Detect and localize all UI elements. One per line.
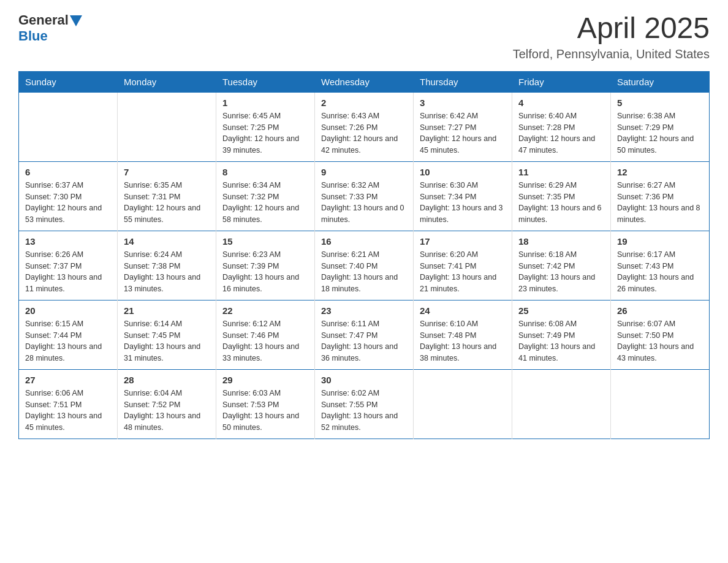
calendar-cell — [512, 369, 611, 439]
calendar-cell: 26Sunrise: 6:07 AMSunset: 7:50 PMDayligh… — [611, 300, 710, 369]
day-info: Sunrise: 6:15 AMSunset: 7:44 PMDaylight:… — [25, 318, 111, 364]
day-info: Sunrise: 6:38 AMSunset: 7:29 PMDaylight:… — [617, 110, 703, 156]
logo-text-general: General — [18, 12, 69, 28]
day-info: Sunrise: 6:04 AMSunset: 7:52 PMDaylight:… — [124, 388, 210, 434]
day-number: 30 — [321, 375, 407, 385]
day-number: 23 — [321, 305, 407, 316]
day-number: 22 — [222, 305, 308, 316]
weekday-header-saturday: Saturday — [611, 71, 710, 92]
calendar-cell — [414, 369, 512, 439]
calendar-cell: 29Sunrise: 6:03 AMSunset: 7:53 PMDayligh… — [216, 369, 315, 439]
location-title: Telford, Pennsylvania, United States — [513, 47, 710, 61]
day-number: 28 — [124, 375, 210, 385]
calendar-cell: 9Sunrise: 6:32 AMSunset: 7:33 PMDaylight… — [315, 161, 414, 231]
logo-triangle-icon — [70, 15, 82, 26]
calendar-table: SundayMondayTuesdayWednesdayThursdayFrid… — [18, 71, 710, 439]
weekday-header-thursday: Thursday — [414, 71, 512, 92]
day-number: 8 — [222, 167, 308, 177]
calendar-week-2: 6Sunrise: 6:37 AMSunset: 7:30 PMDaylight… — [19, 161, 710, 231]
day-info: Sunrise: 6:29 AMSunset: 7:35 PMDaylight:… — [518, 180, 604, 226]
calendar-cell: 20Sunrise: 6:15 AMSunset: 7:44 PMDayligh… — [19, 300, 118, 369]
day-number: 12 — [617, 167, 703, 177]
day-info: Sunrise: 6:43 AMSunset: 7:26 PMDaylight:… — [321, 110, 407, 156]
calendar-week-5: 27Sunrise: 6:06 AMSunset: 7:51 PMDayligh… — [19, 369, 710, 439]
weekday-header-row: SundayMondayTuesdayWednesdayThursdayFrid… — [19, 71, 710, 92]
calendar-cell: 11Sunrise: 6:29 AMSunset: 7:35 PMDayligh… — [512, 161, 611, 231]
calendar-cell: 10Sunrise: 6:30 AMSunset: 7:34 PMDayligh… — [414, 161, 512, 231]
weekday-header-sunday: Sunday — [19, 71, 118, 92]
calendar-cell: 27Sunrise: 6:06 AMSunset: 7:51 PMDayligh… — [19, 369, 118, 439]
calendar-cell — [118, 92, 216, 161]
calendar-cell: 28Sunrise: 6:04 AMSunset: 7:52 PMDayligh… — [118, 369, 216, 439]
calendar-cell: 7Sunrise: 6:35 AMSunset: 7:31 PMDaylight… — [118, 161, 216, 231]
day-number: 21 — [124, 305, 210, 316]
day-info: Sunrise: 6:26 AMSunset: 7:37 PMDaylight:… — [25, 249, 111, 295]
page-header: General Blue April 2025 Telford, Pennsyl… — [18, 12, 710, 61]
day-number: 4 — [518, 98, 604, 108]
calendar-cell: 12Sunrise: 6:27 AMSunset: 7:36 PMDayligh… — [611, 161, 710, 231]
weekday-header-tuesday: Tuesday — [216, 71, 315, 92]
calendar-cell — [611, 369, 710, 439]
day-info: Sunrise: 6:34 AMSunset: 7:32 PMDaylight:… — [222, 180, 308, 226]
calendar-cell: 13Sunrise: 6:26 AMSunset: 7:37 PMDayligh… — [19, 231, 118, 300]
day-info: Sunrise: 6:03 AMSunset: 7:53 PMDaylight:… — [222, 388, 308, 434]
svg-marker-0 — [70, 15, 82, 26]
calendar-cell: 30Sunrise: 6:02 AMSunset: 7:55 PMDayligh… — [315, 369, 414, 439]
calendar-cell: 18Sunrise: 6:18 AMSunset: 7:42 PMDayligh… — [512, 231, 611, 300]
day-info: Sunrise: 6:14 AMSunset: 7:45 PMDaylight:… — [124, 318, 210, 364]
title-section: April 2025 Telford, Pennsylvania, United… — [513, 12, 710, 61]
calendar-cell: 3Sunrise: 6:42 AMSunset: 7:27 PMDaylight… — [414, 92, 512, 161]
day-number: 5 — [617, 98, 703, 108]
calendar-cell: 22Sunrise: 6:12 AMSunset: 7:46 PMDayligh… — [216, 300, 315, 369]
day-info: Sunrise: 6:06 AMSunset: 7:51 PMDaylight:… — [25, 388, 111, 434]
calendar-header: SundayMondayTuesdayWednesdayThursdayFrid… — [19, 71, 710, 92]
calendar-body: 1Sunrise: 6:45 AMSunset: 7:25 PMDaylight… — [19, 92, 710, 439]
calendar-cell: 1Sunrise: 6:45 AMSunset: 7:25 PMDaylight… — [216, 92, 315, 161]
day-info: Sunrise: 6:23 AMSunset: 7:39 PMDaylight:… — [222, 249, 308, 295]
day-info: Sunrise: 6:20 AMSunset: 7:41 PMDaylight:… — [420, 249, 506, 295]
day-number: 17 — [420, 236, 506, 247]
day-number: 18 — [518, 236, 604, 247]
calendar-cell — [19, 92, 118, 161]
day-number: 25 — [518, 305, 604, 316]
day-info: Sunrise: 6:12 AMSunset: 7:46 PMDaylight:… — [222, 318, 308, 364]
day-number: 20 — [25, 305, 111, 316]
calendar-cell: 24Sunrise: 6:10 AMSunset: 7:48 PMDayligh… — [414, 300, 512, 369]
calendar-cell: 4Sunrise: 6:40 AMSunset: 7:28 PMDaylight… — [512, 92, 611, 161]
logo-text-blue: Blue — [18, 28, 48, 44]
calendar-week-4: 20Sunrise: 6:15 AMSunset: 7:44 PMDayligh… — [19, 300, 710, 369]
logo: General Blue — [18, 12, 82, 44]
calendar-week-3: 13Sunrise: 6:26 AMSunset: 7:37 PMDayligh… — [19, 231, 710, 300]
day-number: 29 — [222, 375, 308, 385]
day-number: 1 — [222, 98, 308, 108]
day-number: 24 — [420, 305, 506, 316]
day-number: 11 — [518, 167, 604, 177]
calendar-cell: 23Sunrise: 6:11 AMSunset: 7:47 PMDayligh… — [315, 300, 414, 369]
day-info: Sunrise: 6:24 AMSunset: 7:38 PMDaylight:… — [124, 249, 210, 295]
day-number: 3 — [420, 98, 506, 108]
day-info: Sunrise: 6:42 AMSunset: 7:27 PMDaylight:… — [420, 110, 506, 156]
calendar-cell: 2Sunrise: 6:43 AMSunset: 7:26 PMDaylight… — [315, 92, 414, 161]
day-info: Sunrise: 6:35 AMSunset: 7:31 PMDaylight:… — [124, 180, 210, 226]
day-info: Sunrise: 6:18 AMSunset: 7:42 PMDaylight:… — [518, 249, 604, 295]
day-number: 15 — [222, 236, 308, 247]
day-number: 13 — [25, 236, 111, 247]
day-info: Sunrise: 6:10 AMSunset: 7:48 PMDaylight:… — [420, 318, 506, 364]
day-info: Sunrise: 6:27 AMSunset: 7:36 PMDaylight:… — [617, 180, 703, 226]
day-number: 27 — [25, 375, 111, 385]
calendar-cell: 16Sunrise: 6:21 AMSunset: 7:40 PMDayligh… — [315, 231, 414, 300]
weekday-header-monday: Monday — [118, 71, 216, 92]
calendar-cell: 8Sunrise: 6:34 AMSunset: 7:32 PMDaylight… — [216, 161, 315, 231]
day-info: Sunrise: 6:02 AMSunset: 7:55 PMDaylight:… — [321, 388, 407, 434]
day-info: Sunrise: 6:32 AMSunset: 7:33 PMDaylight:… — [321, 180, 407, 226]
calendar-cell: 21Sunrise: 6:14 AMSunset: 7:45 PMDayligh… — [118, 300, 216, 369]
day-number: 19 — [617, 236, 703, 247]
day-info: Sunrise: 6:21 AMSunset: 7:40 PMDaylight:… — [321, 249, 407, 295]
day-info: Sunrise: 6:08 AMSunset: 7:49 PMDaylight:… — [518, 318, 604, 364]
calendar-cell: 17Sunrise: 6:20 AMSunset: 7:41 PMDayligh… — [414, 231, 512, 300]
day-info: Sunrise: 6:07 AMSunset: 7:50 PMDaylight:… — [617, 318, 703, 364]
calendar-cell: 15Sunrise: 6:23 AMSunset: 7:39 PMDayligh… — [216, 231, 315, 300]
day-number: 9 — [321, 167, 407, 177]
day-number: 14 — [124, 236, 210, 247]
day-info: Sunrise: 6:17 AMSunset: 7:43 PMDaylight:… — [617, 249, 703, 295]
